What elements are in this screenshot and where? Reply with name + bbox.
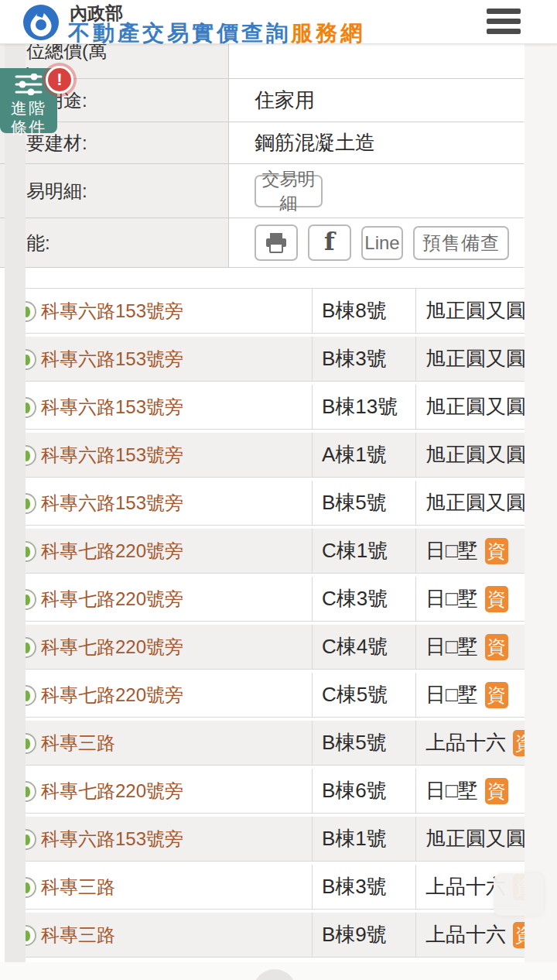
address-link[interactable]: 科專七路220號旁 bbox=[41, 635, 183, 660]
building-number: B棟6號 bbox=[322, 777, 387, 804]
address-link[interactable]: 科專六路153號旁 bbox=[41, 299, 183, 324]
building-cell: A棟1號 bbox=[312, 433, 415, 477]
project-name: 旭正圓又圓 bbox=[425, 393, 525, 420]
building-cell: C棟5號 bbox=[312, 673, 415, 717]
table-row[interactable]: 科專七路220號旁 C棟4號 日□墅 資 bbox=[26, 625, 525, 670]
project-name: 旭正圓又圓 bbox=[425, 825, 525, 852]
info-badge[interactable]: 資 bbox=[485, 634, 508, 660]
usage-value: 住家用 bbox=[229, 79, 524, 122]
building-number: C棟4號 bbox=[322, 633, 388, 660]
project-cell: 日□墅 資 bbox=[415, 625, 525, 669]
detail-table: 單位總價(萬元): 主要用途: 住家用 主要建材: 鋼筋混凝土造 交易明細: 交… bbox=[0, 44, 524, 268]
table-row[interactable]: 科專六路153號旁 A棟1號 旭正圓又圓 資 bbox=[26, 433, 525, 478]
table-row[interactable]: 科專六路153號旁 B棟5號 旭正圓又圓 資 bbox=[26, 481, 525, 526]
detail-row-usage: 主要用途: 住家用 bbox=[0, 79, 524, 122]
page: 單位總價(萬元): 主要用途: 住家用 主要建材: 鋼筋混凝土造 交易明細: 交… bbox=[0, 0, 557, 980]
building-cell: C棟1號 bbox=[312, 529, 415, 573]
detail-row-transaction: 交易明細: 交易明細 bbox=[0, 164, 524, 218]
table-row[interactable]: 科專三路 B棟5號 上品十六 資 bbox=[26, 721, 525, 766]
building-cell: B棟9號 bbox=[312, 913, 415, 957]
address-cell: 科專七路220號旁 bbox=[26, 673, 312, 717]
building-number: C棟5號 bbox=[322, 681, 388, 708]
address-link[interactable]: 科專七路220號旁 bbox=[41, 539, 183, 564]
building-number: B棟3號 bbox=[322, 873, 387, 900]
building-cell: B棟1號 bbox=[312, 817, 415, 861]
map-marker-icon bbox=[26, 685, 36, 706]
transaction-detail-button[interactable]: 交易明細 bbox=[255, 175, 323, 207]
info-badge[interactable]: 資 bbox=[485, 682, 508, 708]
building-cell: B棟3號 bbox=[312, 337, 415, 381]
alert-badge-icon[interactable]: ! bbox=[46, 66, 73, 94]
address-link[interactable]: 科專三路 bbox=[41, 731, 115, 756]
detail-row-functions: 功能: f Line 預售備查 bbox=[0, 218, 524, 268]
address-link[interactable]: 科專七路220號旁 bbox=[41, 779, 183, 804]
map-marker-icon bbox=[26, 589, 36, 610]
info-badge[interactable]: 資 bbox=[485, 586, 508, 612]
info-badge[interactable]: 資 bbox=[485, 778, 508, 804]
address-link[interactable]: 科專六路153號旁 bbox=[41, 443, 183, 468]
table-row[interactable]: 科專七路220號旁 C棟1號 日□墅 資 bbox=[26, 529, 525, 574]
presale-lookup-button[interactable]: 預售備查 bbox=[413, 226, 509, 260]
project-name: 旭正圓又圓 bbox=[425, 441, 525, 468]
map-marker-icon bbox=[26, 301, 36, 322]
facebook-button[interactable]: f bbox=[308, 224, 351, 261]
project-name: 上品十六 bbox=[425, 921, 506, 948]
address-link[interactable]: 科專六路153號旁 bbox=[41, 491, 183, 516]
info-badge[interactable]: 資 bbox=[513, 730, 525, 756]
table-row[interactable]: 科專三路 B棟3號 上品十六 資 bbox=[26, 865, 525, 910]
printer-icon bbox=[265, 233, 287, 253]
map-marker-icon bbox=[26, 541, 36, 562]
functions-label: 功能: bbox=[0, 218, 229, 267]
table-row[interactable]: 科專三路 B棟9號 上品十六 資 bbox=[26, 913, 525, 958]
project-name: 日□墅 bbox=[425, 681, 478, 708]
unit-price-value bbox=[229, 44, 524, 78]
building-cell: B棟6號 bbox=[312, 769, 415, 813]
address-cell: 科專六路153號旁 bbox=[26, 385, 312, 429]
address-link[interactable]: 科專七路220號旁 bbox=[41, 683, 183, 708]
table-row[interactable]: 科專六路153號旁 B棟3號 旭正圓又圓 資 bbox=[26, 337, 525, 382]
building-number: B棟13號 bbox=[322, 393, 398, 420]
map-marker-icon bbox=[26, 445, 36, 466]
project-cell: 上品十六 資 bbox=[415, 721, 525, 765]
address-link[interactable]: 科專六路153號旁 bbox=[41, 827, 183, 852]
project-name: 旭正圓又圓 bbox=[425, 345, 525, 372]
info-badge[interactable]: 資 bbox=[513, 922, 525, 948]
line-button[interactable]: Line bbox=[361, 226, 403, 260]
building-number: B棟3號 bbox=[322, 345, 387, 372]
map-marker-icon bbox=[26, 637, 36, 658]
address-cell: 科專六路153號旁 bbox=[26, 817, 312, 861]
project-name: 上品十六 bbox=[425, 729, 506, 756]
address-cell: 科專六路153號旁 bbox=[26, 289, 312, 333]
hamburger-menu-icon[interactable] bbox=[487, 9, 521, 34]
site-title[interactable]: 不動產交易實價查詢服務網 bbox=[68, 19, 365, 48]
table-row[interactable]: 科專七路220號旁 C棟5號 日□墅 資 bbox=[26, 673, 525, 718]
results-table: 科專六路153號旁 B棟8號 旭正圓又圓 資 科專六路153號旁 B棟3號 旭正… bbox=[26, 288, 525, 961]
project-cell: 日□墅 資 bbox=[415, 769, 525, 813]
address-link[interactable]: 科專三路 bbox=[41, 923, 115, 947]
table-row[interactable]: 科專七路220號旁 B棟6號 日□墅 資 bbox=[26, 769, 525, 814]
address-link[interactable]: 科專六路153號旁 bbox=[41, 347, 183, 372]
project-cell: 旭正圓又圓 資 bbox=[415, 817, 525, 861]
info-badge[interactable]: 資 bbox=[485, 538, 508, 564]
print-button[interactable] bbox=[255, 224, 298, 261]
building-cell: B棟5號 bbox=[312, 721, 415, 765]
building-cell: C棟3號 bbox=[312, 577, 415, 621]
building-number: C棟3號 bbox=[322, 585, 388, 612]
address-link[interactable]: 科專三路 bbox=[41, 875, 115, 899]
address-cell: 科專六路153號旁 bbox=[26, 481, 312, 525]
building-number: B棟1號 bbox=[322, 825, 387, 852]
advanced-filter-label-line1: 進階 bbox=[0, 98, 57, 118]
moi-logo-icon[interactable] bbox=[23, 5, 59, 40]
building-number: B棟9號 bbox=[322, 921, 387, 948]
table-row[interactable]: 科專六路153號旁 B棟1號 旭正圓又圓 資 bbox=[26, 817, 525, 862]
project-cell: 旭正圓又圓 資 bbox=[415, 337, 525, 381]
map-marker-icon bbox=[26, 349, 36, 370]
address-link[interactable]: 科專六路153號旁 bbox=[41, 395, 183, 420]
table-row[interactable]: 科專七路220號旁 C棟3號 日□墅 資 bbox=[26, 577, 525, 622]
table-row[interactable]: 科專六路153號旁 B棟13號 旭正圓又圓 資 bbox=[26, 385, 525, 430]
address-link[interactable]: 科專七路220號旁 bbox=[41, 587, 183, 612]
table-row[interactable]: 科專六路153號旁 B棟8號 旭正圓又圓 資 bbox=[26, 289, 525, 334]
building-cell: B棟8號 bbox=[312, 289, 415, 333]
building-number: C棟1號 bbox=[322, 537, 388, 564]
project-name: 日□墅 bbox=[425, 777, 478, 804]
